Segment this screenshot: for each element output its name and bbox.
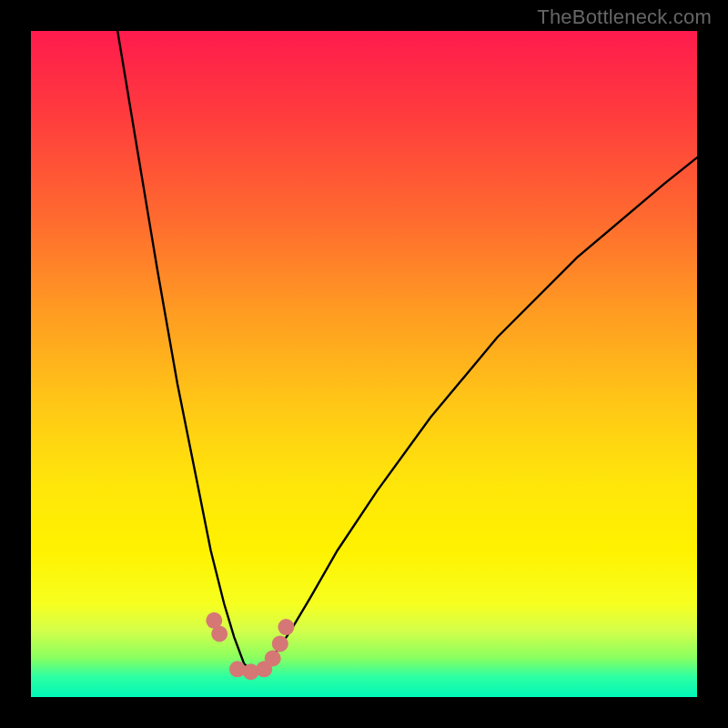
chart-root: TheBottleneck.com	[0, 0, 728, 728]
accent-dots-group	[206, 612, 294, 680]
watermark-text: TheBottleneck.com	[537, 5, 712, 29]
bottleneck-curve	[117, 31, 697, 671]
accent-dot	[211, 626, 228, 642]
accent-dot	[272, 635, 288, 652]
chart-svg	[31, 31, 697, 697]
accent-dot	[265, 651, 281, 667]
plot-area	[31, 31, 697, 697]
accent-dot	[278, 619, 294, 635]
